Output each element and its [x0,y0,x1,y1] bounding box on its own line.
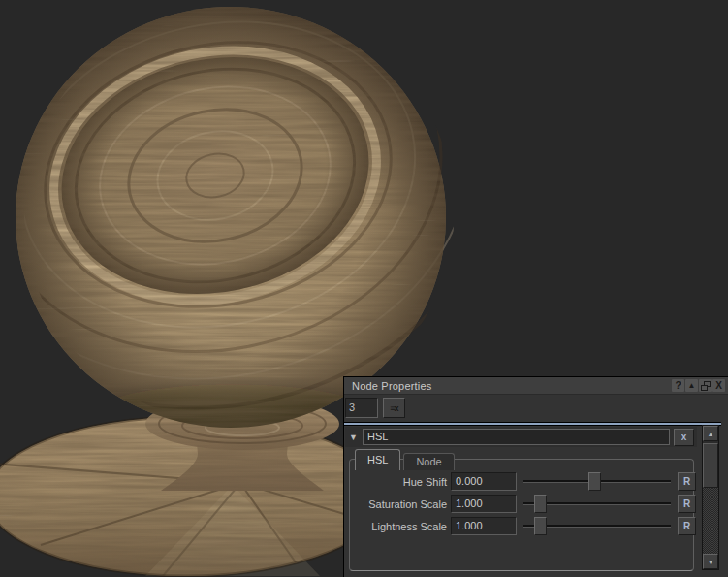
slider-handle-1[interactable] [534,495,547,513]
saturation-scale-label: Saturation Scale [350,498,447,510]
slider-handle-2[interactable] [534,517,547,535]
lightness-scale-value-input[interactable]: 1.000 [451,517,517,535]
lightness-scale-reset-button[interactable]: R [678,517,696,535]
scroll-up-icon[interactable]: ▲ [703,426,718,441]
parameter-list: Hue Shift 0.000 R Saturation Scale 1.000… [350,472,696,539]
collapse-triangle-icon[interactable]: ▼ [348,433,359,442]
saturation-scale-reset-button[interactable]: R [678,495,696,513]
tab-hsl[interactable]: HSL [355,449,400,470]
panel-titlebar[interactable]: Node Properties ? ▲ X [344,377,728,395]
saturation-scale-value-input[interactable]: 1.000 [451,495,517,513]
close-panel-icon[interactable]: X [712,379,725,392]
close-all-panels-button[interactable]: ≡x [383,398,405,418]
scroll-down-icon[interactable]: ▼ [703,554,718,569]
param-row-saturation-scale: Saturation Scale 1.000 R [350,495,696,513]
titlebar-icons: ? ▲ X [672,379,725,392]
tab-node[interactable]: Node [403,453,454,470]
help-icon[interactable]: ? [672,379,684,392]
panel-title: Node Properties [344,380,432,392]
param-row-hue-shift: Hue Shift 0.000 R [350,472,696,491]
float-triangle: ▲ [688,382,696,390]
float-panel-icon[interactable]: ▲ [685,379,698,392]
lightness-scale-slider[interactable] [523,517,671,535]
hue-shift-value-input[interactable]: 0.000 [451,472,517,491]
node-panel-header[interactable]: ▼ HSL x [345,427,697,447]
panel-scrollbar[interactable]: ▲ ▼ [702,425,719,570]
restore-glyph [701,381,711,391]
node-name-input[interactable]: HSL [363,429,670,445]
max-nodes-input[interactable]: 3 [345,398,378,418]
lightness-scale-label: Lightness Scale [350,521,447,532]
selected-node-accent-line [344,422,721,426]
panel-toolbar: 3 ≡x [345,398,405,418]
scrollbar-thumb[interactable] [703,443,718,488]
scrollbar-track[interactable] [703,488,718,554]
hue-shift-slider[interactable] [523,472,671,491]
param-row-lightness-scale: Lightness Scale 1.000 R [350,517,696,535]
hue-shift-reset-button[interactable]: R [678,472,696,491]
tab-bar: HSL Node [355,449,455,470]
node-properties-panel: Node Properties ? ▲ X 3 ≡x ▼ HSL x HSL N… [343,376,728,577]
restore-window-icon[interactable] [699,379,712,392]
node-close-button[interactable]: x [674,429,694,446]
saturation-scale-slider[interactable] [523,495,671,513]
slider-handle-0[interactable] [588,472,601,491]
hue-shift-label: Hue Shift [350,476,447,488]
